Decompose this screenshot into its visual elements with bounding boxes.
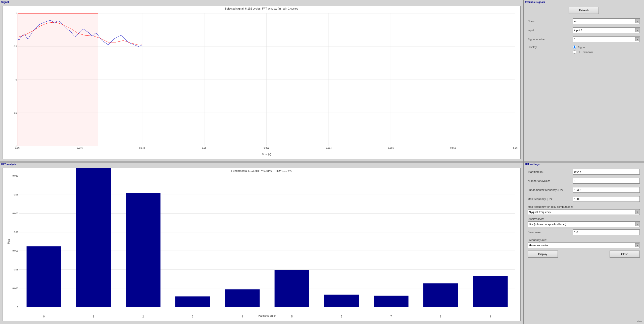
radio-signal-label: Signal	[578, 46, 585, 49]
svg-text:1: 1	[93, 315, 94, 318]
fft-bar-chart: 0 1 2 3 4 5 6 7 8 9	[19, 176, 515, 307]
bar-0	[27, 246, 61, 307]
max-freq-label: Max frequency (Hz):	[528, 197, 573, 200]
input-select[interactable]: input 1	[573, 27, 640, 33]
freq-axis-select[interactable]: Harmonic order	[528, 242, 640, 248]
start-time-label: Start time (s):	[528, 170, 573, 173]
fft-settings-panel: FFT settings Start time (s): 0.047 Numbe…	[523, 162, 644, 324]
signal-chart-area: 1 0.5 0 -0.5 -1 0.044 0.046 0.048 0.05 0…	[18, 13, 515, 146]
svg-text:8: 8	[440, 315, 441, 318]
bar-9	[473, 276, 508, 307]
name-row: Name: aa ▼	[528, 18, 640, 24]
close-button[interactable]: Close	[610, 251, 640, 258]
signal-number-select-wrapper: 1 ▼	[573, 36, 640, 42]
display-style-select-wrapper: Bar (relative to specified base) ▼	[528, 221, 640, 227]
radio-fft-row: FFT window	[573, 50, 593, 54]
input-label: Input:	[528, 29, 573, 32]
name-select[interactable]: aa	[573, 18, 640, 24]
watermark: simul	[637, 320, 642, 323]
display-label: Display:	[528, 46, 573, 49]
fundamental-freq-row: Fundamental frequency (Hz): 103.2	[528, 187, 640, 193]
fft-x-axis-title: Harmonic order	[259, 314, 276, 317]
start-time-input[interactable]: 0.047	[573, 169, 640, 175]
max-freq-thd-row: Max frequency for THD computation: Nyqui…	[528, 205, 640, 215]
signal-panel: Signal Selected signal: 6.192 cycles. FF…	[0, 0, 523, 162]
base-value-input[interactable]: 1.0	[573, 229, 640, 235]
max-freq-thd-label: Max frequency for THD computation:	[528, 205, 640, 208]
display-style-row: Display style: Bar (relative to specifie…	[528, 217, 640, 227]
signal-number-row: Signal number: 1 ▼	[528, 36, 640, 42]
action-buttons-row: Display Close	[528, 251, 640, 258]
display-style-select[interactable]: Bar (relative to specified base)	[528, 221, 640, 227]
radio-signal[interactable]	[573, 46, 576, 49]
signal-x-axis-title: Time (s)	[262, 153, 271, 156]
display-radio-group: Signal FFT window	[573, 46, 593, 54]
freq-axis-row: Frequency axis: Harmonic order ▼	[528, 238, 640, 248]
display-row: Display: Signal FFT window	[528, 46, 640, 54]
signal-chart-container: Selected signal: 6.192 cycles. FFT windo…	[2, 6, 521, 159]
fft-settings-title: FFT settings	[525, 163, 539, 166]
refresh-button[interactable]: Refresh	[569, 7, 599, 14]
display-style-label: Display style:	[528, 217, 640, 220]
num-cycles-input[interactable]: 1	[573, 178, 640, 184]
fundamental-freq-input[interactable]: 103.2	[573, 187, 640, 193]
svg-text:9: 9	[490, 315, 491, 318]
bar-8	[423, 283, 458, 307]
num-cycles-label: Number of cycles:	[528, 179, 573, 182]
fft-chart-container: Fundamental (103.2Hz) = 0.8846 , THD= 12…	[2, 168, 521, 321]
base-value-row: Base value: 1.0	[528, 229, 640, 235]
svg-text:3: 3	[192, 315, 193, 318]
fft-analysis-panel: FFT analysis Fundamental (103.2Hz) = 0.8…	[0, 162, 523, 324]
signal-number-label: Signal number:	[528, 38, 573, 41]
svg-text:0: 0	[43, 315, 45, 318]
max-freq-thd-select-wrapper: Nyquist frequency ▼	[528, 209, 640, 215]
input-select-wrapper: input 1 ▼	[573, 27, 640, 33]
svg-rect-14	[18, 13, 98, 146]
num-cycles-row: Number of cycles: 1	[528, 178, 640, 184]
radio-fft-window[interactable]	[573, 50, 576, 54]
signal-number-select[interactable]: 1	[573, 36, 640, 42]
fft-y-axis-title: Mag	[7, 239, 10, 244]
svg-text:7: 7	[390, 315, 392, 318]
signal-svg	[18, 13, 515, 146]
max-freq-input[interactable]: 1000	[573, 196, 640, 202]
input-row: Input: input 1 ▼	[528, 27, 640, 33]
svg-text:4: 4	[242, 315, 243, 318]
bar-2	[126, 193, 160, 307]
fft-analysis-title: FFT analysis	[1, 163, 17, 166]
bar-5	[275, 270, 309, 307]
name-select-wrapper: aa ▼	[573, 18, 640, 24]
bar-3	[175, 296, 210, 307]
base-value-label: Base value:	[528, 231, 573, 234]
freq-axis-select-wrapper: Harmonic order ▼	[528, 242, 640, 248]
fft-chart-area: 0.035 0.03 0.025 0.02 0.015 0.01 0.005 0…	[19, 176, 515, 307]
max-freq-row: Max frequency (Hz): 1000	[528, 196, 640, 202]
svg-text:2: 2	[142, 315, 144, 318]
available-signals-title: Available signals	[525, 1, 545, 4]
bar-7	[374, 296, 408, 307]
svg-text:6: 6	[341, 315, 342, 318]
start-time-row: Start time (s): 0.047	[528, 169, 640, 175]
available-signals-panel: Available signals Refresh Name: aa ▼ Inp…	[523, 0, 644, 162]
radio-signal-row: Signal	[573, 46, 593, 49]
bar-4	[225, 289, 260, 307]
freq-axis-label: Frequency axis:	[528, 238, 573, 241]
name-label: Name:	[528, 20, 573, 23]
signal-panel-title: Signal	[1, 1, 9, 4]
fundamental-freq-label: Fundamental frequency (Hz):	[528, 188, 573, 191]
svg-text:5: 5	[291, 315, 293, 318]
display-button[interactable]: Display	[528, 251, 558, 258]
max-freq-thd-select[interactable]: Nyquist frequency	[528, 209, 640, 215]
bar-6	[324, 295, 359, 307]
radio-fft-label: FFT window	[578, 51, 593, 54]
bar-1	[76, 168, 111, 307]
signal-chart-title: Selected signal: 6.192 cycles. FFT windo…	[3, 6, 520, 11]
